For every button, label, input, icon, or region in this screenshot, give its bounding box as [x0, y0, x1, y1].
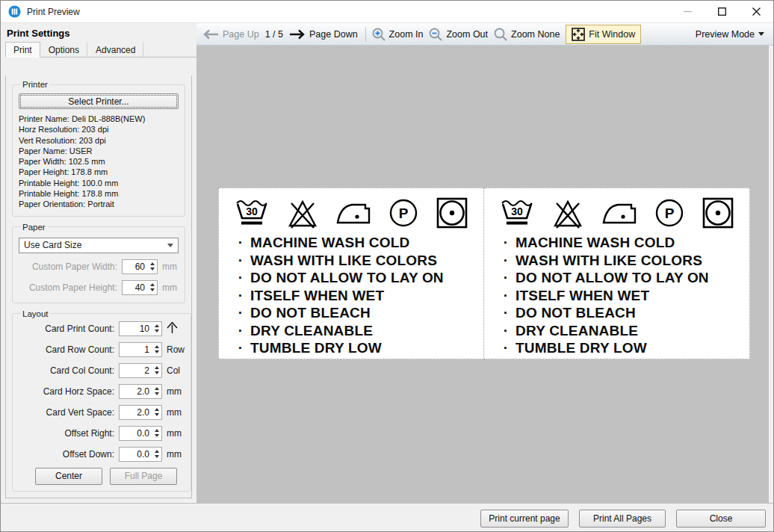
spin-up-icon — [155, 345, 159, 348]
stepper-arrows[interactable] — [147, 281, 157, 294]
care-line: ·WASH WITH LIKE COLORS — [496, 253, 737, 270]
dry-clean-p-icon: P — [654, 196, 685, 230]
printer-info-line: Printable Height: 100.0 mm — [19, 178, 179, 188]
custom-paper-width-stepper[interactable]: 60 — [122, 259, 158, 274]
care-line: ·ITSELF WHEN WET — [231, 288, 471, 306]
spin-up-icon — [155, 324, 159, 327]
do-not-bleach-icon — [286, 196, 319, 230]
stepper-arrows[interactable] — [152, 427, 161, 440]
offset-down-stepper[interactable]: 0.0 — [119, 447, 162, 462]
fit-window-button[interactable]: Fit Window — [566, 25, 641, 44]
offset-right-stepper[interactable]: 0.0 — [119, 426, 162, 441]
card-col-count-stepper[interactable]: 2 — [119, 363, 162, 378]
zoom-in-icon — [372, 28, 386, 41]
arrow-left-icon — [202, 29, 219, 40]
spin-up-icon — [155, 408, 159, 411]
stepper-arrows[interactable] — [152, 364, 161, 377]
close-button[interactable] — [739, 1, 773, 22]
spin-down-icon — [155, 330, 159, 332]
count-unit-icon — [167, 321, 178, 336]
stepper-arrows[interactable] — [147, 260, 157, 273]
preview-mode-dropdown[interactable]: Preview Mode — [696, 29, 764, 40]
minimize-button[interactable] — [670, 1, 705, 22]
printer-info-line: Vert Resolution: 203 dpi — [19, 135, 179, 146]
card-print-count-stepper[interactable]: 10 — [119, 321, 162, 336]
spin-up-icon — [155, 450, 159, 453]
unit-label: mm — [162, 262, 177, 272]
spin-down-icon — [155, 350, 159, 353]
print-preview-window: { "window": { "title": "Print Preview" }… — [0, 0, 774, 532]
svg-text:P: P — [664, 205, 674, 221]
fit-window-icon — [572, 28, 585, 41]
card-vert-space-stepper[interactable]: 2.0 — [119, 405, 162, 420]
printer-info-line: Paper Height: 178.8 mm — [19, 167, 179, 177]
stepper-arrows[interactable] — [152, 406, 161, 419]
stepper-arrows[interactable] — [152, 322, 161, 335]
chevron-down-icon — [167, 244, 173, 247]
tab-options[interactable]: Options — [40, 42, 87, 58]
wash-30-icon: 30 — [499, 196, 535, 230]
care-text-lines: ·MACHINE WASH COLD ·WASH WITH LIKE COLOR… — [496, 235, 737, 358]
iron-icon — [335, 196, 371, 230]
page-indicator: 1 / 5 — [265, 29, 283, 40]
spin-down-icon — [155, 392, 159, 395]
printer-info-line: Paper Orientation: Portrait — [19, 199, 179, 209]
spin-down-icon — [150, 267, 155, 270]
paper-size-value: Use Card Size — [24, 240, 81, 250]
card-print-count-label: Card Print Count: — [19, 324, 114, 334]
settings-tabs: Print Options Advanced — [1, 42, 196, 58]
card-row-count-stepper[interactable]: 1 — [119, 342, 162, 357]
full-page-button[interactable]: Full Page — [110, 468, 177, 485]
printer-info: Printer Name: Deli DL-888B(NEW) Horz Res… — [19, 114, 179, 210]
print-tab-page: Printer Select Printer... Printer Name: … — [5, 75, 192, 498]
zoom-out-button[interactable]: Zoom Out — [429, 28, 488, 41]
spin-up-icon — [155, 387, 159, 390]
paper-size-select[interactable]: Use Card Size — [19, 238, 179, 253]
stepper-arrows[interactable] — [152, 448, 161, 461]
page-down-button[interactable]: Page Down — [289, 29, 358, 40]
custom-paper-height-stepper[interactable]: 40 — [122, 280, 158, 295]
care-line: ·DO NOT ALLOW TO LAY ON — [496, 270, 737, 288]
svg-text:30: 30 — [511, 205, 523, 217]
unit-label: mm — [167, 386, 182, 397]
page-up-button[interactable]: Page Up — [202, 29, 259, 40]
zoom-in-button[interactable]: Zoom In — [372, 28, 424, 41]
spin-up-icon — [155, 429, 159, 432]
card-col-count-label: Card Col Count: — [19, 365, 114, 376]
minimize-icon — [684, 7, 692, 16]
svg-text:30: 30 — [246, 205, 258, 217]
stepper-arrows[interactable] — [152, 343, 161, 356]
care-line: ·DRY CLEANABLE — [496, 323, 737, 341]
spin-down-icon — [155, 455, 159, 458]
custom-paper-width-label: Custom Paper Width: — [19, 262, 117, 272]
print-all-pages-button[interactable]: Print All Pages — [579, 510, 666, 528]
preview-area: 30 P ·MACHINE WASH COLD ·W — [196, 46, 774, 503]
center-button[interactable]: Center — [35, 468, 102, 485]
tab-advanced[interactable]: Advanced — [87, 42, 143, 58]
zoom-none-button[interactable]: Zoom None — [494, 28, 560, 41]
tab-print[interactable]: Print — [5, 42, 40, 58]
print-current-page-button[interactable]: Print current page — [480, 510, 569, 528]
printer-group: Printer Select Printer... Printer Name: … — [12, 80, 185, 217]
care-line: ·DO NOT BLEACH — [496, 305, 737, 323]
close-icon — [752, 7, 761, 16]
spin-down-icon — [155, 371, 159, 374]
label-cards: 30 P ·MACHINE WASH COLD ·W — [218, 188, 750, 359]
do-not-bleach-icon — [551, 196, 584, 230]
preview-scrollbar[interactable] — [769, 46, 774, 503]
select-printer-button[interactable]: Select Printer... — [19, 93, 179, 109]
chevron-down-icon — [758, 32, 764, 36]
maximize-button[interactable] — [705, 1, 739, 22]
spin-down-icon — [155, 413, 159, 416]
care-line: ·ITSELF WHEN WET — [496, 288, 737, 306]
unit-label: mm — [167, 449, 182, 460]
iron-icon — [601, 196, 637, 230]
care-line: ·DO NOT ALLOW TO LAY ON — [231, 270, 471, 288]
care-line: ·TUMBLE DRY LOW — [231, 340, 471, 358]
card-horz-space-stepper[interactable]: 2.0 — [119, 384, 162, 399]
stepper-arrows[interactable] — [152, 385, 161, 398]
printer-info-line: Paper Width: 102.5 mm — [19, 156, 179, 167]
label-card: 30 P ·MACHINE WASH COLD ·W — [484, 188, 750, 359]
unit-label: mm — [167, 407, 182, 418]
close-dialog-button[interactable]: Close — [676, 510, 766, 528]
